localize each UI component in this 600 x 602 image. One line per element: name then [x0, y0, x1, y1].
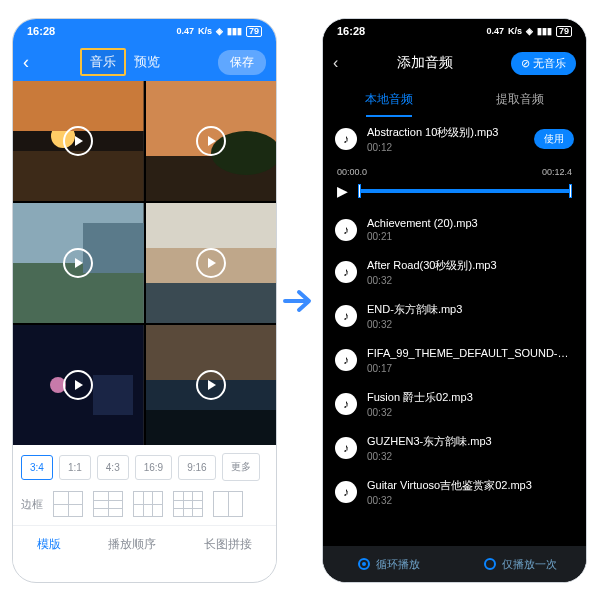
- player-start-time: 00:00.0: [337, 167, 367, 177]
- bottom-tabs: 模版 播放顺序 长图拼接: [13, 525, 276, 565]
- play-icon: [196, 126, 226, 156]
- layout-option[interactable]: [93, 491, 123, 517]
- status-indicators: 0.47K/s ◈ ▮▮▮ 79: [176, 26, 262, 37]
- status-bar: 16:28 0.47K/s ◈ ▮▮▮ 79: [323, 19, 586, 43]
- song-duration: 00:32: [367, 319, 574, 330]
- battery-icon: 79: [246, 26, 262, 37]
- svg-rect-11: [146, 203, 277, 248]
- bottom-tab-order[interactable]: 播放顺序: [108, 536, 156, 553]
- song-row[interactable]: Guitar Virtuoso吉他鉴赏家02.mp300:32: [323, 470, 586, 514]
- save-button[interactable]: 保存: [218, 50, 266, 75]
- header-tabs: 音乐 预览: [80, 48, 168, 76]
- wifi-icon: ◈: [216, 26, 223, 36]
- status-bar: 16:28 0.47K/s ◈ ▮▮▮ 79: [13, 19, 276, 43]
- layout-option[interactable]: [53, 491, 83, 517]
- song-row[interactable]: Fusion 爵士乐02.mp300:32: [323, 382, 586, 426]
- layout-option[interactable]: [133, 491, 163, 517]
- no-music-button[interactable]: 无音乐: [511, 52, 576, 75]
- song-duration: 00:32: [367, 451, 574, 462]
- music-note-icon: [335, 481, 357, 503]
- song-row[interactable]: END-东方韵味.mp300:32: [323, 294, 586, 338]
- phone-audio: 16:28 0.47K/s ◈ ▮▮▮ 79 ‹ 添加音频 无音乐 本地音频 提…: [322, 18, 587, 583]
- svg-rect-15: [93, 375, 133, 415]
- signal-icon: ▮▮▮: [227, 26, 242, 36]
- aspect-ratio-row: 3:4 1:1 4:3 16:9 9:16 更多: [13, 445, 276, 485]
- trim-handle-right[interactable]: [569, 184, 572, 198]
- video-thumb[interactable]: [146, 325, 277, 445]
- song-duration: 00:32: [367, 275, 574, 286]
- music-note-icon: [335, 219, 357, 241]
- once-option[interactable]: 仅播放一次: [455, 546, 587, 582]
- ratio-option[interactable]: 3:4: [21, 455, 53, 480]
- player-end-time: 00:12.4: [542, 167, 572, 177]
- trim-handle-left[interactable]: [358, 184, 361, 198]
- tab-local-audio[interactable]: 本地音频: [323, 83, 455, 117]
- page-title: 添加音频: [397, 54, 453, 72]
- svg-rect-3: [13, 81, 144, 131]
- ratio-option[interactable]: 16:9: [135, 455, 172, 480]
- song-name: END-东方韵味.mp3: [367, 302, 574, 317]
- tab-music[interactable]: 音乐: [80, 48, 126, 76]
- video-thumb[interactable]: [13, 203, 144, 323]
- svg-rect-1: [13, 151, 144, 201]
- ratio-option[interactable]: 1:1: [59, 455, 91, 480]
- bottom-tab-long[interactable]: 长图拼接: [204, 536, 252, 553]
- song-row[interactable]: FIFA_99_THEME_DEFAULT_SOUND-异域风情.mp300:1…: [323, 338, 586, 382]
- video-thumb[interactable]: [146, 81, 277, 201]
- wifi-icon: ◈: [526, 26, 533, 36]
- song-row[interactable]: Achievement (20).mp300:21: [323, 209, 586, 250]
- battery-icon: 79: [556, 26, 572, 37]
- play-icon: [196, 248, 226, 278]
- song-name: Fusion 爵士乐02.mp3: [367, 390, 574, 405]
- bottom-tab-template[interactable]: 模版: [37, 536, 61, 553]
- tab-extract-audio[interactable]: 提取音频: [455, 83, 587, 117]
- layout-row: 边框: [13, 485, 276, 525]
- audio-tabs: 本地音频 提取音频: [323, 83, 586, 117]
- ratio-option[interactable]: 4:3: [97, 455, 129, 480]
- video-thumb[interactable]: [13, 81, 144, 201]
- audio-player: 00:00.0 00:12.4 ▶: [323, 161, 586, 209]
- playback-mode: 循环播放 仅播放一次: [323, 546, 586, 582]
- song-name: FIFA_99_THEME_DEFAULT_SOUND-异域风情.mp3: [367, 346, 574, 361]
- song-duration: 00:21: [367, 231, 574, 242]
- editor-header: ‹ 音乐 预览 保存: [13, 43, 276, 81]
- music-note-icon: [335, 128, 357, 150]
- status-time: 16:28: [337, 25, 365, 37]
- music-note-icon: [335, 393, 357, 415]
- back-button[interactable]: ‹: [333, 54, 338, 72]
- play-button[interactable]: ▶: [337, 183, 348, 199]
- song-duration: 00:17: [367, 363, 574, 374]
- song-name: Guitar Virtuoso吉他鉴赏家02.mp3: [367, 478, 574, 493]
- loop-option[interactable]: 循环播放: [323, 546, 455, 582]
- tab-preview[interactable]: 预览: [126, 50, 168, 74]
- song-row[interactable]: After Road(30秒级别).mp300:32: [323, 250, 586, 294]
- ratio-more[interactable]: 更多: [222, 453, 260, 481]
- song-row[interactable]: Abstraction 10秒级别).mp3 00:12 使用: [323, 117, 586, 161]
- ratio-option[interactable]: 9:16: [178, 455, 215, 480]
- video-thumb[interactable]: [13, 325, 144, 445]
- song-duration: 00:12: [367, 142, 524, 153]
- music-note-icon: [335, 437, 357, 459]
- layout-option[interactable]: [213, 491, 243, 517]
- song-duration: 00:32: [367, 407, 574, 418]
- song-list: Abstraction 10秒级别).mp3 00:12 使用 00:00.0 …: [323, 117, 586, 514]
- layout-option[interactable]: [173, 491, 203, 517]
- song-row[interactable]: GUZHEN3-东方韵味.mp300:32: [323, 426, 586, 470]
- play-icon: [196, 370, 226, 400]
- phone-editor: 16:28 0.47K/s ◈ ▮▮▮ 79 ‹ 音乐 预览 保存: [12, 18, 277, 583]
- song-duration: 00:32: [367, 495, 574, 506]
- use-button[interactable]: 使用: [534, 129, 574, 149]
- back-button[interactable]: ‹: [23, 52, 29, 73]
- music-note-icon: [335, 349, 357, 371]
- play-icon: [63, 370, 93, 400]
- status-indicators: 0.47K/s ◈ ▮▮▮ 79: [486, 26, 572, 37]
- radio-icon: [358, 558, 370, 570]
- layout-label: 边框: [21, 497, 43, 512]
- song-name: After Road(30秒级别).mp3: [367, 258, 574, 273]
- video-thumb[interactable]: [146, 203, 277, 323]
- song-name: GUZHEN3-东方韵味.mp3: [367, 434, 574, 449]
- play-icon: [63, 126, 93, 156]
- music-note-icon: [335, 261, 357, 283]
- audio-header: ‹ 添加音频 无音乐: [323, 43, 586, 83]
- seek-track[interactable]: [358, 189, 572, 193]
